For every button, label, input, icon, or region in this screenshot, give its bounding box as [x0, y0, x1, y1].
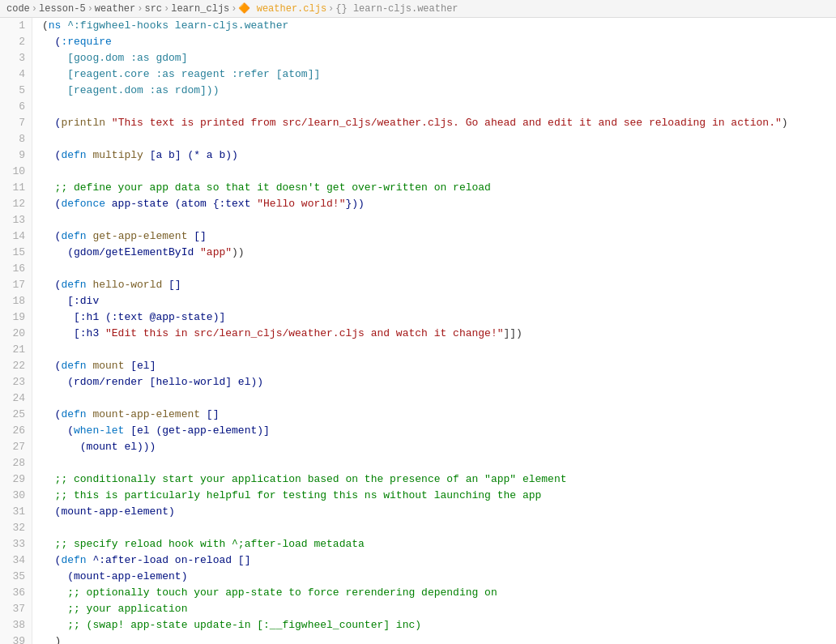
code-line: (mount-app-element)	[42, 504, 836, 520]
code-line	[42, 261, 836, 277]
line-number: 17	[0, 277, 32, 293]
code-line: (defn get-app-element []	[42, 228, 836, 245]
line-number: 19	[0, 309, 32, 326]
code-line	[42, 131, 836, 147]
line-number: 27	[0, 439, 32, 455]
code-line	[42, 164, 836, 180]
line-number: 14	[0, 228, 32, 245]
breadcrumb-item-weather[interactable]: weather	[95, 3, 135, 15]
code-line: (defn mount [el]	[42, 358, 836, 374]
line-number: 7	[0, 115, 32, 131]
code-line: (mount el)))	[42, 439, 836, 455]
line-number: 30	[0, 488, 32, 504]
code-line: (defn multiply [a b] (* a b))	[42, 147, 836, 164]
code-line: ;; this is particularly helpful for test…	[42, 488, 836, 504]
line-number: 2	[0, 34, 32, 50]
line-number: 11	[0, 180, 32, 196]
code-line: (defn ^:after-load on-reload []	[42, 552, 836, 569]
code-line: [goog.dom :as gdom]	[42, 50, 836, 66]
code-line: [reagent.dom :as rdom]))	[42, 83, 836, 99]
line-number: 15	[0, 245, 32, 261]
code-line: ;; optionally touch your app-state to fo…	[42, 585, 836, 601]
line-number: 35	[0, 569, 32, 585]
line-number: 1	[0, 18, 32, 34]
code-line: ;; define your app data so that it doesn…	[42, 180, 836, 196]
breadcrumb-item-learn_cljs[interactable]: learn_cljs	[171, 3, 229, 15]
line-number: 20	[0, 326, 32, 342]
line-number: 26	[0, 423, 32, 439]
line-number: 10	[0, 164, 32, 180]
code-line: (gdom/getElementById "app"))	[42, 245, 836, 261]
code-line: ;; conditionally start your application …	[42, 471, 836, 488]
code-line: (defonce app-state (atom {:text "Hello w…	[42, 196, 836, 212]
editor: 1234567891011121314151617181920212223242…	[0, 18, 836, 644]
code-line: (:require	[42, 34, 836, 50]
code-line: (mount-app-element)	[42, 569, 836, 585]
breadcrumb: code › lesson-5 › weather › src › learn_…	[0, 0, 836, 18]
line-number: 13	[0, 212, 32, 228]
line-number: 9	[0, 147, 32, 164]
code-line: [:h1 (:text @app-state)]	[42, 309, 836, 326]
code-line: )	[42, 633, 836, 644]
code-line	[42, 520, 836, 536]
line-number: 32	[0, 520, 32, 536]
line-number: 28	[0, 455, 32, 471]
line-number: 34	[0, 552, 32, 569]
line-number: 12	[0, 196, 32, 212]
breadcrumb-item-code[interactable]: code	[6, 3, 30, 15]
line-number: 4	[0, 66, 32, 83]
line-number: 23	[0, 374, 32, 390]
line-number: 25	[0, 407, 32, 423]
code-line: ;; specify reload hook with ^;after-load…	[42, 536, 836, 552]
code-content[interactable]: (ns ^:figwheel-hooks learn-cljs.weather …	[32, 18, 836, 644]
code-line	[42, 342, 836, 358]
breadcrumb-item-lesson5[interactable]: lesson-5	[39, 3, 86, 15]
line-number: 33	[0, 536, 32, 552]
code-line: [:div	[42, 293, 836, 309]
line-number: 39	[0, 633, 32, 644]
line-number: 18	[0, 293, 32, 309]
breadcrumb-item-src[interactable]: src	[144, 3, 162, 15]
line-number: 3	[0, 50, 32, 66]
code-line: (defn hello-world []	[42, 277, 836, 293]
code-line: ;; (swap! app-state update-in [:__figwhe…	[42, 617, 836, 633]
code-line: (defn mount-app-element []	[42, 407, 836, 423]
code-line: ;; your application	[42, 601, 836, 617]
code-line	[42, 99, 836, 115]
line-number: 24	[0, 390, 32, 407]
breadcrumb-item-ns[interactable]: {} learn-cljs.weather	[335, 3, 458, 15]
line-numbers: 1234567891011121314151617181920212223242…	[0, 18, 32, 644]
breadcrumb-item-file[interactable]: 🔶 weather.cljs	[238, 2, 326, 15]
code-line: [reagent.core :as reagent :refer [atom]]	[42, 66, 836, 83]
code-line	[42, 455, 836, 471]
line-number: 36	[0, 585, 32, 601]
code-line: (ns ^:figwheel-hooks learn-cljs.weather	[42, 18, 836, 34]
line-number: 8	[0, 131, 32, 147]
line-number: 22	[0, 358, 32, 374]
line-number: 5	[0, 83, 32, 99]
line-number: 31	[0, 504, 32, 520]
line-number: 38	[0, 617, 32, 633]
line-number: 21	[0, 342, 32, 358]
code-line: (rdom/render [hello-world] el))	[42, 374, 836, 390]
line-number: 6	[0, 99, 32, 115]
code-line: [:h3 "Edit this in src/learn_cljs/weathe…	[42, 326, 836, 342]
line-number: 37	[0, 601, 32, 617]
code-line: (when-let [el (get-app-element)]	[42, 423, 836, 439]
code-line	[42, 212, 836, 228]
line-number: 16	[0, 261, 32, 277]
code-line: (println "This text is printed from src/…	[42, 115, 836, 131]
code-line	[42, 390, 836, 407]
line-number: 29	[0, 471, 32, 488]
